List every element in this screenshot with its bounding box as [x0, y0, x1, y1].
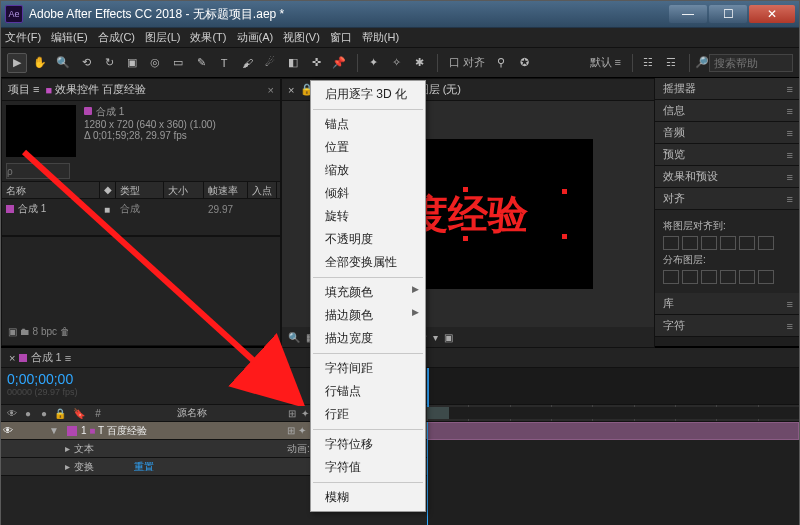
context-menu-item[interactable]: 填充颜色 — [311, 281, 425, 304]
roto-tool[interactable]: ✜ — [306, 53, 326, 73]
context-menu-item[interactable]: 字符间距 — [311, 357, 425, 380]
snapping-toggle[interactable]: 口 对齐 — [449, 55, 485, 70]
timeline-tab[interactable]: 合成 1 — [31, 350, 62, 365]
layer-sub-transform[interactable]: ▸ 变换 重置 — [1, 458, 283, 476]
eraser-tool[interactable]: ◧ — [283, 53, 303, 73]
dist-3-icon[interactable] — [701, 270, 717, 284]
search-help-input[interactable] — [709, 54, 793, 72]
new-comp-icon[interactable]: ▣ — [8, 326, 17, 337]
type-tool[interactable]: T — [214, 53, 234, 73]
wiggler-panel[interactable]: 摇摆器≡ — [655, 78, 799, 100]
timecode[interactable]: 0;00;00;00 — [7, 371, 277, 387]
effects-presets-panel[interactable]: 效果和预设≡ — [655, 166, 799, 188]
menu-help[interactable]: 帮助(H) — [362, 30, 399, 45]
dist-6-icon[interactable] — [758, 270, 774, 284]
selection-tool[interactable]: ▶ — [7, 53, 27, 73]
view-options-icon[interactable]: ▣ — [444, 332, 453, 343]
bpc-label[interactable]: 8 bpc — [33, 326, 57, 337]
menu-effect[interactable]: 效果(T) — [190, 30, 226, 45]
context-menu-item[interactable]: 行锚点 — [311, 380, 425, 403]
project-search-input[interactable] — [6, 163, 70, 179]
context-menu-item[interactable]: 位置 — [311, 136, 425, 159]
panel-icon[interactable]: ☷ — [638, 53, 658, 73]
dist-2-icon[interactable] — [682, 270, 698, 284]
context-menu-item[interactable]: 行距 — [311, 403, 425, 426]
world-axis-icon[interactable]: ✧ — [386, 53, 406, 73]
pan-behind-tool[interactable]: ◎ — [145, 53, 165, 73]
align-panel-header[interactable]: 对齐≡ — [655, 188, 799, 210]
maximize-button[interactable]: ☐ — [709, 5, 747, 23]
source-name-column[interactable]: 源名称 — [107, 406, 277, 420]
work-area-bar[interactable] — [427, 407, 799, 419]
canvas-text[interactable]: 度经验 — [408, 187, 528, 242]
layer-name[interactable]: 百度经验 — [107, 424, 283, 438]
view-axis-icon[interactable]: ✱ — [409, 53, 429, 73]
align-top-icon[interactable] — [720, 236, 736, 250]
hand-tool[interactable]: ✋ — [30, 53, 50, 73]
shape-tool[interactable]: ▭ — [168, 53, 188, 73]
info-panel[interactable]: 信息≡ — [655, 100, 799, 122]
local-axis-icon[interactable]: ✦ — [363, 53, 383, 73]
dist-4-icon[interactable] — [720, 270, 736, 284]
project-row[interactable]: 合成 1 ■ 合成 29.97 — [2, 199, 280, 219]
context-menu-item[interactable]: 描边颜色 — [311, 304, 425, 327]
menu-view[interactable]: 视图(V) — [283, 30, 320, 45]
lock-column-icon[interactable]: 🔒 — [53, 406, 67, 420]
preview-panel[interactable]: 预览≡ — [655, 144, 799, 166]
workspace-dropdown[interactable]: 默认 ≡ — [590, 55, 621, 70]
context-menu-item[interactable]: 旋转 — [311, 205, 425, 228]
context-menu-item[interactable]: 模糊 — [311, 486, 425, 509]
panel2-icon[interactable]: ☶ — [661, 53, 681, 73]
menu-window[interactable]: 窗口 — [330, 30, 352, 45]
trash-icon[interactable]: 🗑 — [60, 326, 70, 337]
context-menu-item[interactable]: 锚点 — [311, 113, 425, 136]
project-tab[interactable]: 项目 ≡ — [8, 82, 39, 97]
layer-sub-text[interactable]: ▸ 文本 — [1, 440, 283, 458]
context-menu-item[interactable]: 描边宽度 — [311, 327, 425, 350]
puppet-tool[interactable]: 📌 — [329, 53, 349, 73]
brush-tool[interactable]: 🖌 — [237, 53, 257, 73]
timeline-track-area[interactable] — [427, 422, 799, 525]
align-vcenter-icon[interactable] — [739, 236, 755, 250]
new-folder-icon[interactable]: 🖿 — [20, 326, 30, 337]
context-menu-item[interactable]: 字符值 — [311, 456, 425, 479]
layer-expand-icon[interactable]: ▼ — [45, 425, 63, 436]
panel-menu-icon[interactable]: × — [268, 84, 274, 96]
context-menu-item[interactable]: 启用逐字 3D 化 — [311, 83, 425, 106]
menu-file[interactable]: 文件(F) — [5, 30, 41, 45]
playhead[interactable] — [427, 368, 429, 408]
context-menu-item[interactable]: 缩放 — [311, 159, 425, 182]
align-bottom-icon[interactable] — [758, 236, 774, 250]
align-hcenter-icon[interactable] — [682, 236, 698, 250]
close-button[interactable]: ✕ — [749, 5, 795, 23]
character-panel[interactable]: 字符≡ — [655, 315, 799, 337]
context-menu-item[interactable]: 倾斜 — [311, 182, 425, 205]
dist-5-icon[interactable] — [739, 270, 755, 284]
camera-tool[interactable]: ▣ — [122, 53, 142, 73]
context-menu-item[interactable]: 字符位移 — [311, 433, 425, 456]
snap-option-icon[interactable]: ⚲ — [491, 53, 511, 73]
layer-row[interactable]: 👁 ▼ 1 ■ T 百度经验 — [1, 422, 283, 440]
audio-panel[interactable]: 音频≡ — [655, 122, 799, 144]
minimize-button[interactable]: — — [669, 5, 707, 23]
orbit-tool[interactable]: ⟲ — [76, 53, 96, 73]
zoom-tool[interactable]: 🔍 — [53, 53, 73, 73]
menu-composition[interactable]: 合成(C) — [98, 30, 135, 45]
menu-layer[interactable]: 图层(L) — [145, 30, 180, 45]
dist-1-icon[interactable] — [663, 270, 679, 284]
pen-tool[interactable]: ✎ — [191, 53, 211, 73]
snap-option2-icon[interactable]: ✪ — [514, 53, 534, 73]
align-right-icon[interactable] — [701, 236, 717, 250]
library-panel[interactable]: 库≡ — [655, 293, 799, 315]
context-menu-item[interactable]: 不透明度 — [311, 228, 425, 251]
layer-bar[interactable] — [427, 422, 799, 440]
align-left-icon[interactable] — [663, 236, 679, 250]
menu-animation[interactable]: 动画(A) — [237, 30, 274, 45]
menu-edit[interactable]: 编辑(E) — [51, 30, 88, 45]
transform-reset[interactable]: 重置 — [94, 460, 154, 474]
context-menu-item[interactable]: 全部变换属性 — [311, 251, 425, 274]
eye-icon[interactable]: 👁 — [1, 425, 15, 436]
effect-controls-tab[interactable]: 效果控件 百度经验 — [55, 82, 146, 97]
eye-column-icon[interactable]: 👁 — [5, 406, 19, 420]
clone-tool[interactable]: ☄ — [260, 53, 280, 73]
